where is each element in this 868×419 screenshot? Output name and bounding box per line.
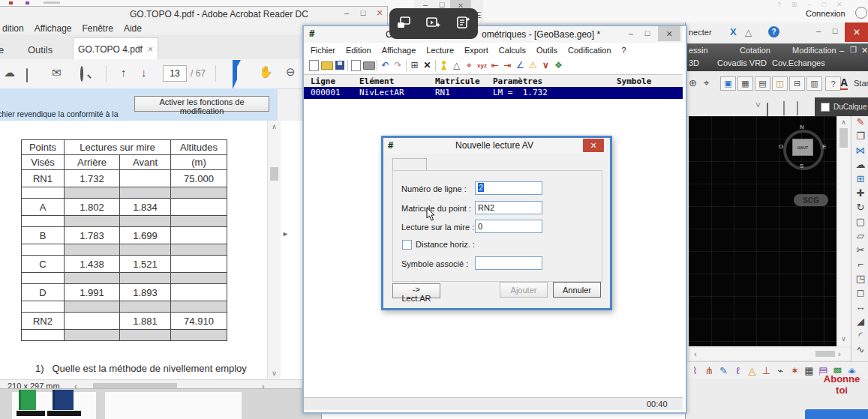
triangle-logo-icon[interactable]: △	[745, 27, 752, 37]
covadis-tool-icon[interactable]: ℓ	[731, 365, 745, 376]
menu-help[interactable]: ?	[622, 46, 626, 55]
tab-home-partial[interactable]: e	[0, 44, 4, 55]
minimize-icon[interactable]: –	[839, 46, 844, 55]
maximize-icon[interactable]: □	[356, 8, 370, 17]
extend-icon[interactable]: ⌐	[851, 259, 868, 273]
calculator-icon[interactable]: ▥	[806, 76, 822, 91]
next-page-icon[interactable]: ↓	[141, 66, 147, 79]
covadis-tool-icon[interactable]: ⋔	[702, 365, 716, 376]
sheet-set2-icon[interactable]	[797, 102, 798, 115]
menu-affichage[interactable]: Affichage	[35, 23, 72, 34]
compass-west[interactable]: O	[779, 143, 783, 150]
annuler-button[interactable]: Annuler	[553, 282, 601, 298]
connexion-label[interactable]: Connexion	[806, 9, 845, 18]
properties-icon[interactable]: ⊞	[791, 1, 797, 8]
canvas-horizontal-scrollbar[interactable]: ‹ ›	[689, 348, 850, 360]
minimize-icon[interactable]: –	[808, 1, 812, 8]
break-point-icon[interactable]: ◻	[851, 287, 868, 301]
pan-icon[interactable]: ⊕	[689, 77, 697, 88]
pdf-vertical-scrollbar[interactable]: ∧ ∨	[267, 121, 281, 379]
x-logo-icon[interactable]: X	[730, 26, 737, 37]
restore-icon[interactable]: ❐	[850, 46, 857, 54]
covadis-tool-icon[interactable]: ⌇	[688, 365, 702, 376]
lect-ar-button[interactable]: -> Lect.AR	[392, 283, 440, 298]
covadis-tool-icon[interactable]: ◬	[745, 365, 759, 376]
video-progress-bar[interactable]	[805, 409, 868, 419]
close-icon[interactable]: ✕	[845, 22, 868, 42]
undo-icon[interactable]: ↶	[379, 59, 392, 71]
close-icon[interactable]: ✕	[658, 26, 680, 41]
distance-checkbox[interactable]	[402, 240, 412, 250]
acrobat-titlebar[interactable]: GO.TOPO 4.pdf - Adobe Acrobat Reader DC …	[0, 7, 387, 22]
scroll-down-icon[interactable]: ∨	[837, 335, 850, 343]
chamfer-icon[interactable]: ◢	[851, 316, 868, 330]
close-icon[interactable]: ✕	[836, 1, 842, 8]
scrollbar-thumb[interactable]	[839, 128, 848, 148]
move-icon[interactable]: ✚	[851, 187, 868, 202]
scroll-up-icon[interactable]: ∧	[268, 123, 281, 130]
user-avatar-icon[interactable]	[855, 7, 867, 19]
scroll-down-icon[interactable]: ∨	[268, 370, 281, 377]
dialog-titlebar[interactable]: # Nouvelle lecture AV ✕	[383, 138, 605, 154]
minimize-icon[interactable]: –	[812, 26, 825, 35]
rotate-icon[interactable]: ↻	[851, 202, 868, 216]
sheet-set-icon[interactable]	[783, 102, 785, 115]
surveyor-icon[interactable]	[437, 59, 450, 71]
menu-cov-echanges[interactable]: Cov.Echanges	[772, 58, 825, 67]
layer-checkbox[interactable]	[821, 103, 830, 112]
xyz-icon[interactable]: xyz	[476, 59, 488, 71]
matricule-input[interactable]	[475, 201, 542, 214]
covadis-tool-icon[interactable]: ⌁	[773, 365, 788, 376]
display-tool-icon[interactable]: ▣	[720, 76, 736, 91]
share-cloud-icon[interactable]: ☁	[4, 66, 15, 79]
close-icon[interactable]: ✕	[373, 8, 386, 18]
menu-covadis-vrd[interactable]: Covadis VRD	[717, 58, 767, 67]
enable-editing-button[interactable]: Activer les fonctions de modification	[134, 96, 269, 112]
scroll-left-icon[interactable]: ‹	[694, 349, 697, 358]
plot-icon[interactable]	[767, 103, 768, 117]
lecture-input[interactable]	[475, 220, 542, 233]
list-row-selected[interactable]: 000001 NivLectAR RN1 LM = 1.732	[304, 87, 683, 99]
new-file-icon[interactable]	[308, 59, 320, 71]
scg-badge[interactable]: SCG	[794, 194, 828, 206]
canvas-vertical-scrollbar[interactable]: ∧ ∨	[836, 116, 850, 346]
previous-page-icon[interactable]: ↑	[121, 66, 127, 79]
close-icon[interactable]: ✕	[861, 46, 868, 55]
offset-icon[interactable]: ☁	[851, 159, 868, 173]
erase-icon[interactable]: ✎	[851, 116, 868, 130]
mirror-icon[interactable]: ⋈	[851, 145, 868, 159]
menu-cotation[interactable]: Cotation	[740, 46, 770, 55]
menu-export[interactable]: Export	[464, 46, 488, 55]
covadis-tool-icon[interactable]: ⊥	[759, 365, 773, 376]
properties-icon[interactable]: ⊞	[408, 59, 421, 71]
save-icon[interactable]	[333, 59, 346, 71]
page-number-input[interactable]: 13	[163, 65, 187, 82]
covadis-tool-icon[interactable]: ▦	[802, 365, 816, 376]
table-tool-icon[interactable]: ▦	[737, 76, 753, 91]
break-icon[interactable]: ◳	[851, 273, 868, 287]
help-box-icon[interactable]: ?	[825, 76, 841, 91]
tripod-icon[interactable]: △	[450, 59, 463, 71]
tab-document[interactable]: GO.TOPO 4.pdf ×	[73, 37, 158, 60]
trim-icon[interactable]: ✂	[851, 244, 868, 259]
menu-edition[interactable]: dition	[2, 23, 24, 34]
video-sparkle-icon[interactable]	[426, 16, 441, 31]
email-icon[interactable]: ✉	[52, 66, 62, 79]
zoom-icon[interactable]: ⌖	[704, 77, 709, 89]
menu-codification[interactable]: Codification	[568, 46, 611, 55]
maximize-icon[interactable]: □	[641, 28, 654, 37]
connect-label[interactable]: necter	[689, 28, 712, 37]
ajouter-button[interactable]: Ajouter	[500, 282, 548, 298]
insert-before-icon[interactable]: ⇤	[488, 59, 501, 71]
geobase-titlebar[interactable]: # C ométriques - [GeoBase.geo] * – □ ✕	[304, 26, 683, 43]
minimize-icon[interactable]: –	[340, 8, 353, 17]
stretch-icon[interactable]: ▱	[851, 230, 868, 244]
menu-outils[interactable]: Outils	[536, 46, 557, 55]
print-preview-icon[interactable]	[350, 59, 362, 71]
covadis-tool-icon[interactable]: ✎	[716, 365, 731, 376]
menu-dessin[interactable]: essin	[689, 46, 708, 55]
print-icon[interactable]	[362, 59, 375, 71]
check-icon[interactable]: ∨	[539, 59, 552, 71]
dropdown-caret-icon[interactable]: ˅	[755, 100, 761, 111]
copy-icon[interactable]: ❐	[851, 130, 868, 145]
